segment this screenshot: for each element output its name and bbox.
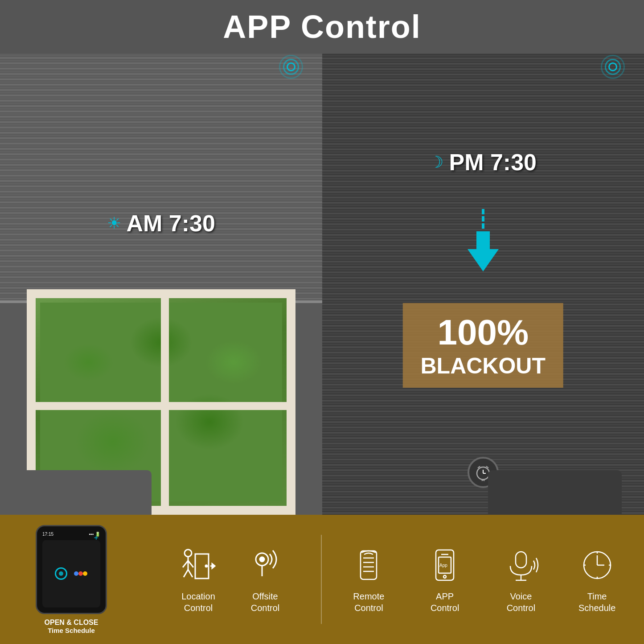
svg-point-13 <box>185 550 192 557</box>
moon-icon: ☽ <box>429 153 443 172</box>
panel-right: ☽ PM 7:30 100% BLACKOUT <box>322 45 644 515</box>
blackout-percent: 100% <box>420 312 546 353</box>
ring-inner-left <box>287 62 295 71</box>
svg-line-16 <box>188 561 193 567</box>
signal-rings-left <box>278 53 304 80</box>
phone-mockup: 17:15 ▪▪▪ 🔋 <box>36 525 107 614</box>
time-display-right: ☽ PM 7:30 <box>429 149 537 176</box>
blackout-label: 100% BLACKOUT <box>402 303 563 388</box>
svg-point-11 <box>78 571 83 576</box>
time-schedule-icon <box>577 545 617 585</box>
remote-control-icon <box>349 545 389 585</box>
panels: ☀ AM 7:30 <box>0 45 644 515</box>
location-control-item: LocationControl <box>178 545 218 614</box>
svg-point-25 <box>260 557 264 562</box>
blackout-text: BLACKOUT <box>420 353 546 379</box>
header: APP Control <box>0 0 644 53</box>
remote-control-label: RemoteControl <box>353 591 384 614</box>
remote-control-item: RemoteControl <box>349 545 389 614</box>
app-control-item: App APPControl <box>425 545 465 614</box>
bt-indicator-left <box>278 53 304 80</box>
svg-line-17 <box>184 570 188 577</box>
arrow-line-1 <box>482 209 484 214</box>
svg-rect-36 <box>516 552 526 568</box>
phone-plus: + <box>94 533 98 543</box>
alexa-ring <box>55 567 67 580</box>
panel-left: ☀ AM 7:30 <box>0 45 322 515</box>
signal-rings-right <box>599 53 626 80</box>
offsite-control-icon <box>245 545 285 585</box>
svg-point-9 <box>59 571 63 576</box>
sofa-left <box>18 470 152 515</box>
arrow-line-2 <box>482 216 484 222</box>
svg-point-10 <box>74 571 78 576</box>
bt-indicator-right <box>599 53 626 80</box>
location-control-label: LocationControl <box>181 591 215 614</box>
phone-label: OPEN & CLOSE Time Schedule <box>45 619 98 634</box>
svg-point-12 <box>83 571 87 576</box>
ring-inner-right <box>608 62 617 71</box>
time-schedule-label: TimeSchedule <box>578 591 615 614</box>
blind-right <box>322 45 644 515</box>
svg-point-20 <box>205 565 207 567</box>
app-control-label: APPControl <box>431 591 459 614</box>
page-title: APP Control <box>223 8 421 45</box>
offsite-control-item: OffsiteControl <box>245 545 285 614</box>
phone-content: + <box>42 540 100 607</box>
svg-rect-26 <box>361 551 377 579</box>
phone-label-bottom: Time Schedule <box>45 627 98 634</box>
phone-label-top: OPEN & CLOSE <box>45 619 98 627</box>
location-control-icon <box>178 545 218 585</box>
offsite-control-label: OffsiteControl <box>251 591 279 614</box>
phone-status: 17:15 ▪▪▪ 🔋 <box>42 532 100 537</box>
svg-marker-1 <box>468 231 499 271</box>
app-control-icon: App <box>425 545 465 585</box>
bottom-bar: 17:15 ▪▪▪ 🔋 <box>0 515 644 644</box>
google-dots-icon <box>74 569 88 578</box>
time-text-left: AM 7:30 <box>127 210 215 237</box>
svg-marker-22 <box>212 564 215 568</box>
arrow-line-3 <box>482 223 484 229</box>
phone-section: 17:15 ▪▪▪ 🔋 <box>0 516 143 643</box>
time-text-right: PM 7:30 <box>449 149 537 176</box>
sun-icon: ☀ <box>107 214 121 233</box>
main-container: APP Control ☀ AM 7:30 <box>0 0 644 644</box>
left-icons-section: LocationControl OffsiteCon <box>143 536 321 623</box>
window-divider-v <box>161 289 169 515</box>
right-icons-section: RemoteControl App APPControl <box>322 536 644 623</box>
blind-left <box>0 45 322 303</box>
voice-control-item: VoiceControl <box>501 545 541 614</box>
svg-point-35 <box>443 575 446 578</box>
sofa-right <box>488 470 622 515</box>
arrow-lines <box>482 209 484 229</box>
arrow-down <box>468 209 499 271</box>
svg-text:App: App <box>439 563 447 568</box>
svg-line-15 <box>183 561 188 567</box>
voice-control-label: VoiceControl <box>507 591 535 614</box>
phone-assistants <box>55 567 88 580</box>
time-display-left: ☀ AM 7:30 <box>107 210 215 237</box>
svg-line-18 <box>188 570 193 577</box>
time-schedule-item: TimeSchedule <box>577 545 617 614</box>
phone-time: 17:15 <box>42 532 53 537</box>
voice-control-icon <box>501 545 541 585</box>
